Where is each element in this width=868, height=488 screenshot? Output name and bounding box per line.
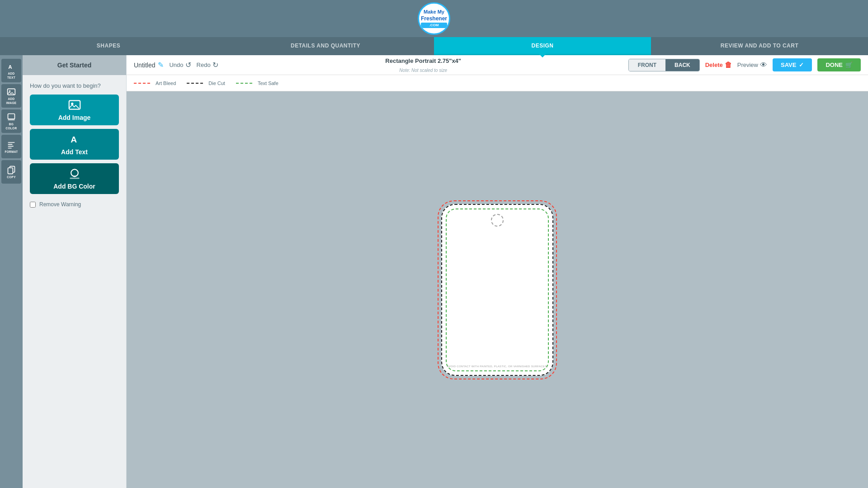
- add-text-label: Add Text: [61, 148, 88, 156]
- save-label: SAVE: [781, 62, 796, 68]
- trash-icon: 🗑: [725, 61, 732, 69]
- save-button[interactable]: SAVE ✓: [773, 58, 812, 71]
- freshener-card[interactable]: AVOID CONTACT WITH PAINTED, PLASTIC, OR …: [441, 204, 553, 376]
- redo-button[interactable]: Redo ↻: [197, 61, 218, 69]
- nav-details[interactable]: DETAILS AND QUANTITY: [217, 37, 434, 55]
- done-button[interactable]: DONE 🛒: [817, 58, 861, 71]
- shape-name-text: Rectangle Portrait 2.75"x4": [385, 57, 461, 64]
- preview-button[interactable]: Preview 👁: [737, 61, 767, 69]
- undo-redo-group: Undo ↺ Redo ↻: [169, 61, 218, 69]
- panel-header: Get Started: [23, 55, 126, 75]
- eye-icon: 👁: [760, 61, 767, 69]
- svg-rect-15: [70, 178, 79, 179]
- logo[interactable]: Make My Freshener .COM: [418, 2, 450, 35]
- header: Make My Freshener .COM: [0, 0, 868, 37]
- die-cut-label: Die Cut: [208, 81, 225, 86]
- panel-content: How do you want to begin? Add Image A Ad…: [23, 75, 126, 488]
- add-text-button[interactable]: A Add Text: [30, 129, 119, 160]
- add-bg-color-label: Add BG Color: [53, 183, 95, 190]
- doc-title-group: Untitled ✎: [134, 61, 164, 69]
- add-bg-color-button[interactable]: Add BG Color: [30, 163, 119, 194]
- tool-format[interactable]: FORMAT: [1, 135, 21, 158]
- svg-rect-4: [8, 119, 15, 120]
- add-image-button[interactable]: Add Image: [30, 95, 119, 125]
- legend-die-cut: Die Cut: [187, 81, 225, 86]
- svg-rect-3: [8, 114, 15, 119]
- not-scaled-text: Note: Not scaled to size: [399, 68, 447, 73]
- delete-button[interactable]: Delete 🗑: [705, 61, 732, 69]
- redo-label: Redo: [197, 62, 211, 68]
- undo-icon: ↺: [185, 61, 191, 69]
- svg-rect-1: [8, 89, 15, 95]
- legend-bar: Art Bleed Die Cut Text Safe: [127, 75, 868, 91]
- left-toolbar: A ADD TEXT ADD IMAGE BG COLOR: [0, 55, 23, 488]
- left-panel: Get Started How do you want to begin? Ad…: [23, 55, 127, 488]
- edit-title-icon[interactable]: ✎: [158, 61, 164, 69]
- remove-warning-checkbox[interactable]: [30, 202, 36, 208]
- logo-line1: Make My: [424, 9, 444, 14]
- svg-rect-6: [8, 144, 13, 145]
- die-cut-line: [187, 83, 205, 84]
- warning-text: AVOID CONTACT WITH PAINTED, PLASTIC, OR …: [447, 365, 548, 368]
- remove-warning-label: Remove Warning: [39, 201, 81, 208]
- front-button[interactable]: FRONT: [629, 59, 665, 71]
- svg-point-14: [71, 169, 78, 176]
- undo-button[interactable]: Undo ↺: [169, 61, 191, 69]
- nav-shapes[interactable]: SHAPES: [0, 37, 217, 55]
- back-button[interactable]: BACK: [665, 59, 699, 71]
- svg-rect-5: [8, 142, 15, 143]
- preview-label: Preview: [737, 62, 758, 68]
- canvas-area: AVOID CONTACT WITH PAINTED, PLASTIC, OR …: [127, 91, 868, 488]
- undo-label: Undo: [169, 62, 183, 68]
- legend-art-bleed: Art Bleed: [134, 81, 176, 86]
- svg-point-2: [9, 90, 10, 92]
- logo-line2: Freshener: [421, 15, 447, 22]
- top-bar-left: Untitled ✎ Undo ↺ Redo ↻: [134, 61, 218, 69]
- main-layout: A ADD TEXT ADD IMAGE BG COLOR: [0, 55, 868, 488]
- text-safe-line: [236, 83, 254, 84]
- nav-review[interactable]: REVIEW AND ADD TO CART: [651, 37, 868, 55]
- redo-icon: ↻: [212, 61, 218, 69]
- remove-warning-row: Remove Warning: [30, 201, 119, 208]
- right-area: Untitled ✎ Undo ↺ Redo ↻ Rectangle Portr…: [127, 55, 868, 488]
- art-bleed-label: Art Bleed: [156, 81, 176, 86]
- hole-circle: [491, 214, 504, 227]
- tool-copy[interactable]: COPY: [1, 160, 21, 184]
- top-bar: Untitled ✎ Undo ↺ Redo ↻ Rectangle Portr…: [127, 55, 868, 75]
- cart-icon: 🛒: [845, 62, 853, 68]
- top-bar-right: FRONT BACK Delete 🗑 Preview 👁 SAVE ✓ DON…: [628, 58, 861, 71]
- text-safe-border: [446, 208, 549, 371]
- tool-add-image[interactable]: ADD IMAGE: [1, 84, 21, 108]
- add-image-label: Add Image: [58, 114, 91, 121]
- front-back-toggle: FRONT BACK: [628, 59, 700, 71]
- done-label: DONE: [826, 62, 843, 68]
- panel-question: How do you want to begin?: [30, 82, 119, 89]
- legend-text-safe: Text Safe: [236, 81, 278, 86]
- doc-title-text: Untitled: [134, 62, 155, 69]
- text-safe-label: Text Safe: [258, 81, 278, 86]
- tool-add-text[interactable]: A ADD TEXT: [1, 59, 21, 82]
- svg-rect-8: [8, 147, 12, 148]
- nav-bar: SHAPES DETAILS AND QUANTITY DESIGN REVIE…: [0, 37, 868, 55]
- delete-label: Delete: [705, 62, 723, 68]
- svg-rect-7: [8, 146, 14, 147]
- logo-sub: .COM: [421, 23, 447, 28]
- art-bleed-line: [134, 83, 152, 84]
- svg-text:A: A: [71, 135, 77, 144]
- svg-rect-10: [8, 168, 13, 174]
- svg-text:A: A: [8, 64, 12, 70]
- top-bar-center: Rectangle Portrait 2.75"x4" Note: Not sc…: [226, 57, 621, 73]
- tool-bg-color[interactable]: BG COLOR: [1, 109, 21, 133]
- nav-design[interactable]: DESIGN: [434, 37, 651, 55]
- check-icon: ✓: [799, 62, 804, 68]
